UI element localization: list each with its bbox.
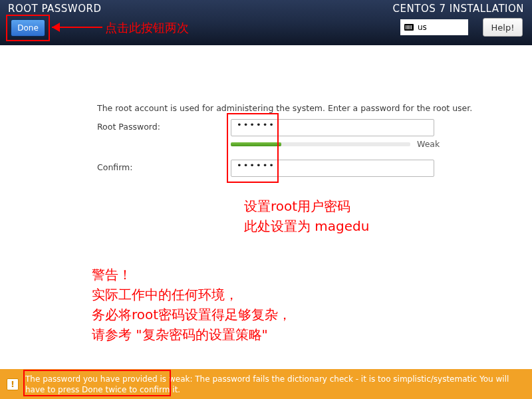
annotation-warning-highlight — [23, 370, 171, 396]
annotation-done-text: 点击此按钮两次 — [105, 20, 189, 36]
annotation-password-text: 设置root用户密码 此处设置为 magedu — [244, 196, 369, 236]
header-bar: ROOT PASSWORD CENTOS 7 INSTALLATION Done… — [0, 0, 532, 45]
instruction-text: The root account is used for administeri… — [97, 103, 472, 113]
annotation-warning-block: 警告！ 实际工作中的任何环境， 务必将root密码设置得足够复杂， 请参考 "复… — [92, 265, 291, 344]
root-password-label: Root Password: — [97, 122, 160, 132]
page-title: ROOT PASSWORD — [8, 3, 101, 15]
annotation-done-highlight — [6, 15, 50, 41]
annotation-arrow-head — [52, 23, 60, 32]
help-button[interactable]: Help! — [483, 18, 523, 37]
keyboard-icon — [404, 24, 414, 31]
product-title: CENTOS 7 INSTALLATION — [393, 3, 524, 15]
password-strength-label: Weak — [417, 139, 440, 149]
annotation-password-highlight — [227, 113, 279, 183]
keyboard-layout-text: us — [418, 23, 427, 32]
confirm-password-label: Confirm: — [97, 162, 132, 172]
keyboard-layout-selector[interactable]: us — [400, 19, 468, 35]
warning-icon: ! — [7, 378, 19, 390]
